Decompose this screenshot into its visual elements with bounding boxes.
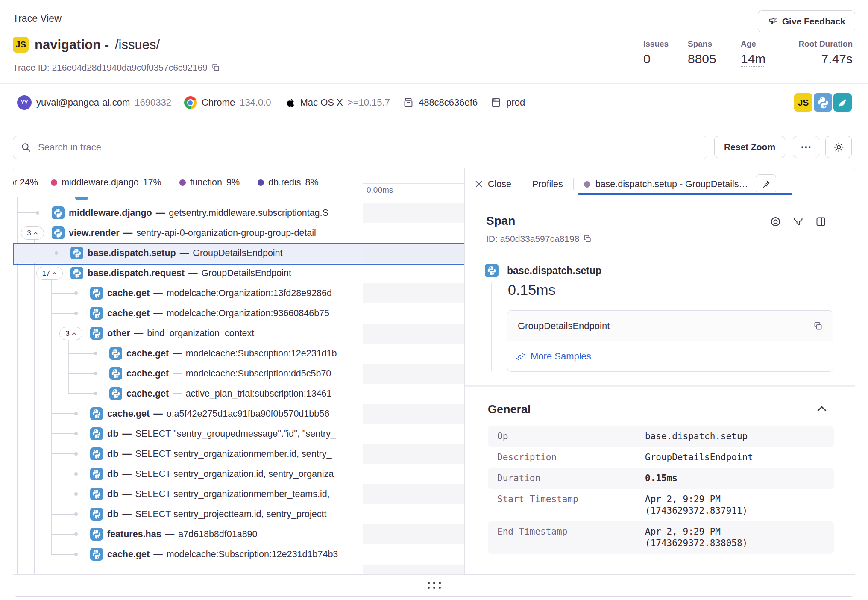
tab-active-span[interactable]: base.dispatch.setup - GroupDetails… xyxy=(584,179,748,190)
tree-row[interactable]: 3other—bind_organization_context xyxy=(13,324,363,344)
general-table-row: Start TimestampApr 2, 9:29 PM(1743629372… xyxy=(488,489,834,521)
trace-id-label: Trace ID: 216e04d28d1940da9c0f0357c6c921… xyxy=(13,62,208,73)
span-label: db—SELECT sentry_organizationmember_team… xyxy=(107,484,363,504)
python-platform-icon xyxy=(814,93,832,112)
device-id: 488c8c636ef6 xyxy=(419,97,478,108)
copy-icon[interactable] xyxy=(813,321,823,331)
tree-connector xyxy=(51,433,74,434)
span-label: other—bind_organization_context xyxy=(107,324,363,344)
tree-row[interactable]: db—SELECT sentry_organizationmember_team… xyxy=(13,484,363,504)
span-label: db—SELECT "sentry_groupedmessage"."id", … xyxy=(107,424,363,444)
tree-connector-dot xyxy=(74,553,78,556)
tree-connector xyxy=(68,353,94,354)
more-options-button[interactable]: ⋯ xyxy=(793,136,819,158)
tree-row[interactable]: 3view.render—sentry-api-0-organization-g… xyxy=(13,223,363,243)
tree-row[interactable]: base.dispatch.setup—GroupDetailsEndpoint xyxy=(13,243,363,263)
collapse-chip[interactable]: 3 xyxy=(59,327,82,340)
tree-row[interactable]: cache.get—modelcache:Organization:13fd28… xyxy=(13,283,363,303)
tree-connector xyxy=(51,293,74,294)
divider xyxy=(363,183,464,184)
stat-age: Age14m xyxy=(741,39,782,66)
tab-profiles[interactable]: Profiles xyxy=(532,179,563,190)
stat-issues: Issues0 xyxy=(643,39,682,66)
python-icon xyxy=(90,468,103,480)
tree-connector-dot xyxy=(55,251,58,255)
collapse-chip[interactable]: 3 xyxy=(21,226,44,240)
tree-row[interactable]: cache.get—modelcache:Subscription:dd5c5b… xyxy=(13,364,363,384)
table-value: GroupDetailsEndpoint xyxy=(645,452,824,463)
tree-connector-dot xyxy=(74,412,78,415)
copy-icon[interactable] xyxy=(583,235,592,243)
python-icon xyxy=(90,307,103,320)
python-icon xyxy=(90,488,103,500)
python-icon xyxy=(109,387,122,400)
tree-row[interactable]: db—SELECT sentry_organizationmember.id, … xyxy=(13,444,363,464)
python-icon xyxy=(52,206,65,219)
python-icon xyxy=(90,508,103,521)
tree-row[interactable]: cache.get—modelcache:Subscription:12e231… xyxy=(13,544,363,565)
tree-row[interactable]: cache.get—modelcache:Subscription:12e231… xyxy=(13,344,363,364)
span-op-dot xyxy=(584,181,590,188)
tree-row[interactable]: 17base.dispatch.request—GroupDetailsEndp… xyxy=(13,263,363,283)
tree-row[interactable]: cache.get—active_plan_trial:subscription… xyxy=(13,384,363,404)
pin-icon xyxy=(761,179,771,189)
tree-row[interactable]: middleware.django—getsentry.middleware.s… xyxy=(13,203,363,223)
trace-view-page: Trace View Give Feedback JS navigation -… xyxy=(0,0,868,600)
tree-row[interactable]: cache.get—modelcache:Organization:936608… xyxy=(13,303,363,324)
table-key: Op xyxy=(497,431,645,442)
browser-name: Chrome xyxy=(202,97,235,108)
span-label: db—SELECT sentry_organizationmember.id, … xyxy=(107,444,363,464)
tree-row[interactable]: db—SELECT sentry_organization.id, sentry… xyxy=(13,464,363,484)
tree-row[interactable]: cache.get—o:a5f42e275d1ac91fba90f0b570d1… xyxy=(13,404,363,424)
environment-label: prod xyxy=(506,97,525,108)
side-panel-icon[interactable] xyxy=(815,216,827,227)
focus-icon[interactable] xyxy=(770,216,781,227)
gear-icon xyxy=(833,141,845,153)
copy-icon[interactable] xyxy=(211,63,220,72)
tree-row[interactable]: db—SELECT "sentry_groupedmessage"."id", … xyxy=(13,424,363,444)
more-samples-link[interactable]: More Samples xyxy=(515,351,591,362)
tree-connector-dot xyxy=(74,432,78,435)
tree-connector xyxy=(17,212,36,213)
tree-row[interactable]: features.has—a7d618b8df01a890 xyxy=(13,524,363,544)
settings-button[interactable] xyxy=(825,136,852,158)
tree-connector-dot xyxy=(94,372,97,375)
os-name: Mac OS X xyxy=(300,97,343,108)
span-description-card: GroupDetailsEndpoint xyxy=(507,310,833,372)
python-icon xyxy=(90,287,103,300)
chevron-up-icon[interactable] xyxy=(817,406,827,412)
tree-connector-dot xyxy=(74,512,78,516)
panel-footer xyxy=(13,575,855,596)
span-label: cache.get—modelcache:Organization:13fd28… xyxy=(107,283,363,303)
apple-icon xyxy=(284,96,296,109)
give-feedback-button[interactable]: Give Feedback xyxy=(758,10,855,32)
tree-connector-dot xyxy=(74,291,78,295)
pin-tab-button[interactable] xyxy=(756,174,776,194)
python-icon xyxy=(90,548,103,561)
span-guide-line xyxy=(491,282,492,371)
falcon-platform-icon xyxy=(833,93,852,112)
span-detail-panel: Close Profiles base.dispatch.setup - Gro… xyxy=(464,168,855,574)
table-value: Apr 2, 9:29 PM(1743629372.838058) xyxy=(645,526,824,549)
funnel-icon[interactable] xyxy=(792,216,804,227)
span-label: cache.get—modelcache:Organization:936608… xyxy=(107,303,363,324)
table-value: base.dispatch.setup xyxy=(645,431,824,442)
drag-handle[interactable] xyxy=(428,582,441,589)
span-tree: middleware.django—getsentry.middleware.s… xyxy=(13,168,363,574)
close-icon xyxy=(474,179,484,189)
reset-zoom-button[interactable]: Reset Zoom xyxy=(714,136,785,158)
active-tab-indicator xyxy=(578,193,792,195)
transaction-path: /issues/ xyxy=(115,37,160,53)
close-tab-button[interactable]: Close xyxy=(474,179,511,190)
user-id: 1690332 xyxy=(135,97,171,108)
span-label: base.dispatch.request—GroupDetailsEndpoi… xyxy=(88,263,363,283)
span-label: cache.get—modelcache:Subscription:dd5c5b… xyxy=(126,364,363,384)
collapse-chip[interactable]: 17 xyxy=(36,267,63,280)
tree-row[interactable]: db—SELECT sentry_projectteam.id, sentry_… xyxy=(13,504,363,524)
environment-icon xyxy=(490,97,501,108)
python-icon xyxy=(109,347,122,360)
tree-connector xyxy=(34,253,55,253)
search-input[interactable] xyxy=(37,141,707,153)
tree-connector-dot xyxy=(74,492,78,496)
span-label: db—SELECT sentry_projectteam.id, sentry_… xyxy=(107,504,363,524)
